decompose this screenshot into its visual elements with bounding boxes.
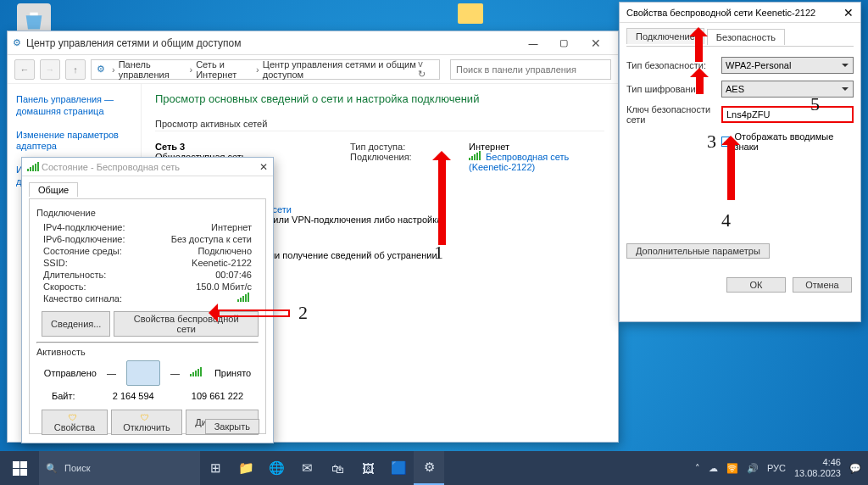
connections-label: Подключения: [350,152,412,162]
tray-chevron-icon[interactable]: ˄ [695,463,700,474]
search-icon: 🔍 [46,463,58,474]
security-type-label: Тип безопасности: [626,60,721,70]
breadcrumb-item[interactable]: Панель управления [119,59,186,80]
task-view-icon[interactable]: ⊞ [200,451,231,485]
photos-icon[interactable]: 🖼 [353,451,383,485]
breadcrumb-item[interactable]: Сеть и Интернет [196,59,253,80]
breadcrumb-bar[interactable]: ⚙ › Панель управления› Сеть и Интернет› … [91,59,440,80]
wifi-signal-icon [237,293,249,302]
row-label: IPv4-подключение: [43,222,125,232]
taskbar-clock[interactable]: 4:4613.08.2023 [794,457,841,478]
nav-up-button[interactable]: ↑ [65,59,86,80]
tray-network-icon[interactable]: 🛜 [726,463,738,474]
wifi-signal-icon [27,163,39,171]
wireless-properties-button[interactable]: Свойства беспроводной сети [114,311,259,337]
ok-button[interactable]: ОК [726,277,786,293]
access-type-label: Тип доступа: [350,142,405,152]
access-type-value: Интернет [469,142,509,152]
close-dialog-button[interactable]: Закрыть [205,419,259,434]
details-button[interactable]: Сведения... [42,311,110,337]
page-heading: Просмотр основных сведений о сети и наст… [155,92,604,105]
tray-volume-icon[interactable]: 🔊 [747,463,759,474]
start-button[interactable] [0,451,39,485]
nav-forward-button[interactable]: → [40,59,60,80]
row-label: Скорость: [43,282,86,292]
wifi-status-dialog: Состояние - Беспроводная сеть ✕ Общие По… [21,157,274,443]
row-label: SSID: [43,258,68,268]
row-value: 150.0 Мбит/с [196,282,252,292]
search-placeholder: Поиск [64,463,90,473]
breadcrumb-icon: ⚙ [97,64,105,75]
section-active-networks: Просмотр активных сетей [155,114,604,131]
window-title: Центр управления сетями и общим доступом [26,37,518,49]
advanced-button[interactable]: Дополнительные параметры [626,243,770,259]
desktop-folder-icon[interactable] [458,3,483,24]
tab-security[interactable]: Безопасность [707,29,785,45]
tray-notifications-icon[interactable]: 💬 [849,463,861,474]
bytes-received: 109 661 222 [192,391,243,401]
search-input[interactable] [450,59,611,80]
row-label: Длительность: [43,270,106,280]
netcenter-app-icon: ⚙ [13,37,21,48]
app-icon[interactable]: 🟦 [383,451,414,485]
close-button[interactable]: ✕ [259,161,268,173]
sent-label: Отправлено [44,368,97,378]
group-activity: Активность [36,347,259,357]
close-button[interactable]: ✕ [843,6,854,20]
wireless-properties-dialog: Свойства беспроводной сети Keenetic-2122… [619,2,861,322]
encryption-combo[interactable]: AES [721,81,854,98]
bytes-sent: 2 164 594 [113,391,154,401]
edge-icon[interactable]: 🌐 [261,451,292,485]
taskbar: 🔍Поиск ⊞ 📁 🌐 ✉ 🛍 🖼 🟦 ⚙ ˄ ☁ 🛜 🔊 РУС 4:461… [0,451,868,485]
security-type-combo[interactable]: WPA2-Personal [721,57,854,74]
disable-button[interactable]: Отключить [111,410,182,435]
row-value: 00:07:46 [215,270,252,280]
tab-connection[interactable]: Подключение [626,28,704,44]
show-characters-checkbox[interactable]: ✓Отображать вводимые знаки [721,131,854,152]
dialog-title: Свойства беспроводной сети Keenetic-2122 [626,8,815,18]
sidebar-link-adapter[interactable]: Изменение параметров адаптера [16,130,132,153]
taskbar-search[interactable]: 🔍Поиск [39,451,200,485]
tray-language[interactable]: РУС [767,463,786,473]
wifi-signal-icon [190,368,202,376]
computer-icon [126,360,160,386]
group-connection: Подключение [36,208,259,218]
breadcrumb-item[interactable]: Центр управления сетями и общим доступом [263,59,419,80]
cancel-button[interactable]: Отмена [793,277,852,293]
row-label: IPv6-подключение: [43,234,125,244]
control-panel-taskbar-icon[interactable]: ⚙ [414,451,444,485]
maximize-button[interactable]: ▢ [548,37,579,48]
store-icon[interactable]: 🛍 [322,451,353,485]
row-value: Подключено [198,246,252,256]
dialog-title: Состояние - Беспроводная сеть [42,162,180,172]
security-key-label: Ключ безопасности сети [626,104,721,125]
row-label: Состояние среды: [43,246,122,256]
tab-general[interactable]: Общие [29,182,78,197]
properties-button[interactable]: Свойства [42,410,108,435]
encryption-label: Тип шифрования: [626,84,721,94]
sidebar-link-home[interactable]: Панель управления — домашняя страница [16,94,132,118]
explorer-icon[interactable]: 📁 [231,451,261,485]
row-value: Интернет [211,222,252,232]
minimize-button[interactable]: — [518,38,548,48]
network-name: Сеть 3 [155,142,185,152]
connection-link[interactable]: Беспроводная сеть(Keenetic-2122) [469,152,569,172]
close-button[interactable]: ✕ [579,31,613,54]
row-value: Keenetic-2122 [192,258,252,268]
received-label: Принято [214,368,251,378]
bytes-label: Байт: [52,391,75,401]
show-characters-label: Отображать вводимые знаки [734,131,854,152]
security-key-input[interactable] [721,106,854,123]
wifi-signal-icon [469,152,481,160]
row-value: Без доступа к сети [171,234,252,244]
mail-icon[interactable]: ✉ [292,451,322,485]
row-label: Качество сигнала: [43,293,122,304]
nav-back-button[interactable]: ← [14,59,35,80]
tray-onedrive-icon[interactable]: ☁ [709,463,718,474]
